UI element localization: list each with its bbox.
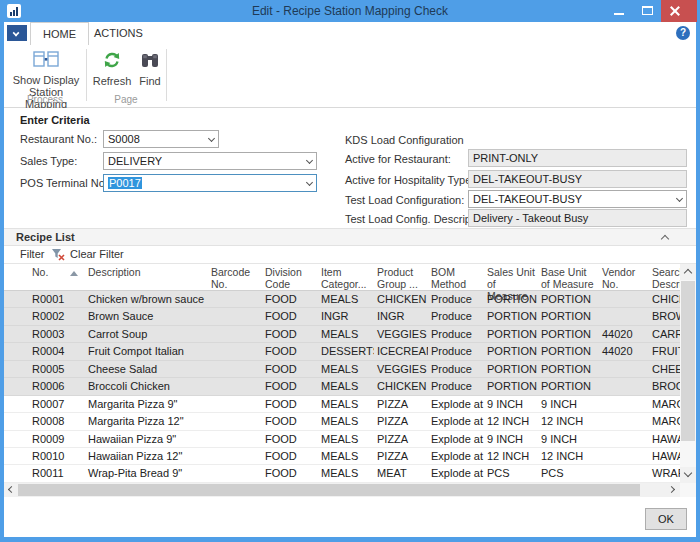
cell-description: Wrap-Pita Bread 9" xyxy=(86,465,208,481)
cell-search-description: HAWA xyxy=(648,448,680,464)
column-header-no[interactable]: No. xyxy=(4,264,86,278)
minimize-button[interactable] xyxy=(608,0,630,22)
vertical-scrollbar[interactable] xyxy=(680,264,696,483)
recipe-grid-body: R0001Chicken w/brown sauceFOODMEALSCHICK… xyxy=(4,291,680,483)
cell-bom-method: Explode at ... xyxy=(428,413,484,429)
cell-bom-method: Explode at ... xyxy=(428,448,484,464)
recipe-list-section-header[interactable]: Recipe List xyxy=(4,228,696,246)
cell-vendor-no xyxy=(594,448,648,464)
tab-actions[interactable]: ACTIONS xyxy=(82,22,155,45)
table-row[interactable]: R0011Wrap-Pita Bread 9"FOODMEALSMEATExpl… xyxy=(4,465,680,482)
application-menu-button[interactable] xyxy=(7,25,27,41)
restaurant-no-combobox[interactable]: S0008 xyxy=(103,130,219,148)
cell-search-description: CHEES xyxy=(648,361,680,377)
close-button[interactable] xyxy=(661,0,697,22)
scroll-left-icon[interactable] xyxy=(4,483,18,497)
scroll-down-icon[interactable] xyxy=(680,467,696,483)
horizontal-scrollbar[interactable] xyxy=(4,483,680,497)
table-row[interactable]: R0003Carrot SoupFOODMEALSVEGGIESProduceP… xyxy=(4,326,680,343)
cell-sales-unit-of-measure: PORTION xyxy=(484,291,538,307)
cell-base-unit-of-measure: PCS xyxy=(538,465,594,481)
cell-division-code: FOOD xyxy=(262,308,318,324)
clear-filter-button[interactable]: Clear Filter xyxy=(70,248,124,260)
cell-bom-method: Produce xyxy=(428,326,484,342)
cell-bom-method: Explode at ... xyxy=(428,465,484,481)
cell-item-category: MEALS xyxy=(318,378,374,394)
cell-description: Carrot Soup xyxy=(86,326,208,342)
cell-bom-method: Produce xyxy=(428,308,484,324)
column-header-bom-method[interactable]: BOM Method xyxy=(428,264,484,290)
table-row[interactable]: R0010Hawaiian Pizza 12"FOODMEALSPIZZAExp… xyxy=(4,448,680,465)
filter-button[interactable]: Filter xyxy=(20,248,44,260)
horizontal-scrollbar-thumb[interactable] xyxy=(18,484,640,496)
cell-no: R0006 xyxy=(4,378,86,394)
table-row[interactable]: R0006Broccoli ChickenFOODMEALSCHICKENPro… xyxy=(4,378,680,395)
table-row[interactable]: R0002Brown SauceFOODINGRINGRProducePORTI… xyxy=(4,308,680,325)
cell-product-group: CHICKEN xyxy=(374,378,428,394)
cell-base-unit-of-measure: PORTION xyxy=(538,361,594,377)
find-button[interactable]: Find xyxy=(130,48,170,87)
cell-barcode-no xyxy=(208,413,262,429)
maximize-button[interactable] xyxy=(636,0,658,22)
cell-item-category: MEALS xyxy=(318,431,374,447)
table-row[interactable]: R0004Fruit Compot ItalianFOODDESSERTSICE… xyxy=(4,343,680,360)
scroll-right-icon[interactable] xyxy=(666,483,680,497)
cell-bom-method: Produce xyxy=(428,378,484,394)
restaurant-no-value: S0008 xyxy=(108,133,140,145)
table-row[interactable]: R0001Chicken w/brown sauceFOODMEALSCHICK… xyxy=(4,291,680,308)
scrollbar-corner xyxy=(680,483,696,497)
sales-type-combobox[interactable]: DELIVERY xyxy=(103,152,317,170)
refresh-button[interactable]: Refresh xyxy=(92,48,132,87)
help-icon[interactable]: ? xyxy=(676,26,690,40)
chevron-down-icon[interactable] xyxy=(676,196,683,203)
chevron-down-icon[interactable] xyxy=(306,158,313,165)
cell-no: R0003 xyxy=(4,326,86,342)
cell-sales-unit-of-measure: 12 INCH xyxy=(484,448,538,464)
cell-no: R0002 xyxy=(4,308,86,324)
cell-barcode-no xyxy=(208,326,262,342)
column-header-vendor-no[interactable]: Vendor No. xyxy=(594,264,648,290)
cell-search-description: MARG xyxy=(648,396,680,412)
table-row[interactable]: R0007Margarita Pizza 9"FOODMEALSPIZZAExp… xyxy=(4,396,680,413)
footer-bar: OK xyxy=(4,497,696,537)
collapse-chevron-icon[interactable] xyxy=(661,235,669,243)
cell-search-description: HAWA xyxy=(648,431,680,447)
vertical-scrollbar-thumb[interactable] xyxy=(681,281,695,441)
cell-division-code: FOOD xyxy=(262,291,318,307)
ok-button[interactable]: OK xyxy=(645,508,687,530)
column-header-search-description[interactable]: Search Descri... xyxy=(648,264,680,290)
column-header-base-unit-of-measure[interactable]: Base Unit of Measure xyxy=(538,264,594,290)
cell-no: R0005 xyxy=(4,361,86,377)
table-row[interactable]: R0009Hawaiian Pizza 9"FOODMEALSPIZZAExpl… xyxy=(4,431,680,448)
cell-product-group: PIZZA xyxy=(374,396,428,412)
scroll-up-icon[interactable] xyxy=(680,264,696,280)
criteria-zone: Enter Criteria Restaurant No.: S0008 Sal… xyxy=(4,108,696,228)
chevron-down-icon[interactable] xyxy=(208,136,215,143)
column-header-division-code[interactable]: Division Code xyxy=(262,264,318,290)
table-row[interactable]: R0008Margarita Pizza 12"FOODMEALSPIZZAEx… xyxy=(4,413,680,430)
column-header-item-category[interactable]: Item Categor... xyxy=(318,264,374,290)
pos-terminal-no-combobox[interactable]: P0017 xyxy=(103,174,317,192)
table-row[interactable]: R0005Cheese SaladFOODMEALSVEGGIESProduce… xyxy=(4,361,680,378)
ribbon-tab-bar: HOME ACTIONS ? xyxy=(4,22,696,45)
cell-product-group: ICECREAM xyxy=(374,343,428,359)
cell-product-group: VEGGIES xyxy=(374,361,428,377)
cell-description: Cheese Salad xyxy=(86,361,208,377)
cell-description: Margarita Pizza 12" xyxy=(86,413,208,429)
chevron-down-icon[interactable] xyxy=(306,180,313,187)
cell-vendor-no xyxy=(594,413,648,429)
cell-vendor-no: 44020 xyxy=(594,343,648,359)
column-header-barcode-no[interactable]: Barcode No. xyxy=(208,264,262,290)
cell-vendor-no xyxy=(594,431,648,447)
cell-search-description: FRUIT xyxy=(648,343,680,359)
tab-home[interactable]: HOME xyxy=(30,22,89,45)
column-header-description[interactable]: Description xyxy=(86,264,208,278)
test-load-configuration-combobox[interactable]: DEL-TAKEOUT-BUSY xyxy=(468,190,687,208)
cell-bom-method: Produce xyxy=(428,343,484,359)
sales-type-value: DELIVERY xyxy=(108,155,162,167)
column-header-product-group[interactable]: Product Group ... xyxy=(374,264,428,290)
cell-no: R0001 xyxy=(4,291,86,307)
cell-product-group: MEAT xyxy=(374,465,428,481)
chevron-down-icon xyxy=(13,30,20,37)
cell-bom-method: Explode at ... xyxy=(428,396,484,412)
